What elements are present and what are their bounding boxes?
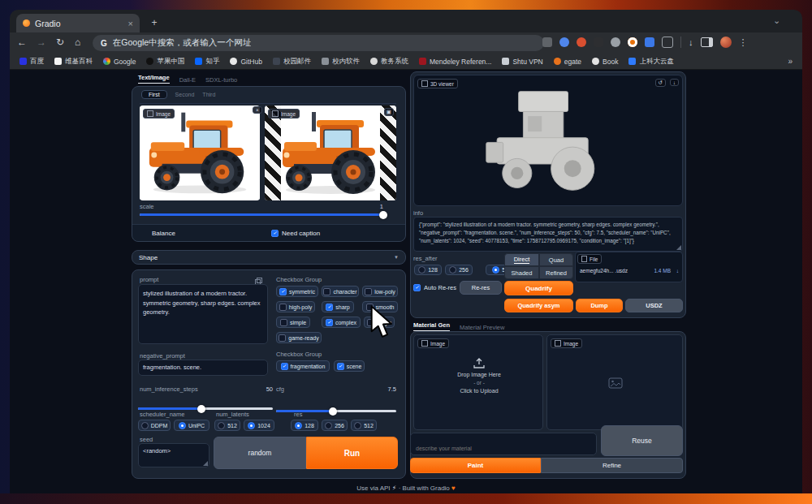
usdz-button[interactable]: USDZ bbox=[625, 299, 683, 312]
scale-slider[interactable] bbox=[140, 213, 383, 216]
tab-first[interactable]: First bbox=[141, 90, 167, 99]
input-image-2[interactable]: Image ▣ bbox=[265, 106, 396, 200]
extension-icon[interactable] bbox=[542, 37, 552, 47]
quadrify-asym-button[interactable]: Quadrify asym bbox=[504, 299, 573, 312]
resize-handle-icon[interactable] bbox=[203, 461, 208, 466]
bookmarks-overflow-chevron[interactable]: » bbox=[788, 57, 793, 66]
mode-shaded[interactable]: Shaded bbox=[504, 266, 539, 279]
tab-search-chevron-icon[interactable]: ⌄ bbox=[773, 15, 780, 26]
radio-res-after-128[interactable]: 128 bbox=[414, 265, 442, 275]
tab-third[interactable]: Third bbox=[202, 92, 215, 97]
file-download-icon[interactable]: ↓ bbox=[676, 268, 679, 274]
info-json[interactable]: {"prompt": "stylized illustration of a m… bbox=[413, 217, 683, 252]
resize-handle-icon[interactable] bbox=[676, 245, 681, 250]
reuse-button[interactable]: Reuse bbox=[601, 425, 683, 456]
refine-button[interactable]: Refine bbox=[541, 458, 683, 473]
auto-reres-checkbox[interactable]: Auto Re-res bbox=[413, 284, 456, 291]
negative-prompt-textarea[interactable]: fragmentation. scene. bbox=[138, 360, 268, 376]
dump-button[interactable]: Dump bbox=[576, 299, 623, 312]
extension-icon[interactable] bbox=[628, 37, 637, 47]
new-tab-button[interactable]: + bbox=[148, 17, 161, 30]
checkbox-symmetric[interactable]: symmetric bbox=[276, 286, 318, 297]
bookmark-item[interactable]: Mendeley Referen... bbox=[419, 58, 492, 66]
reset-view-icon[interactable]: ↺ bbox=[655, 79, 666, 87]
bookmark-item[interactable]: 校园邮件 bbox=[273, 57, 311, 67]
extension-icon[interactable] bbox=[594, 37, 603, 47]
clear-image-button[interactable]: × bbox=[253, 106, 262, 114]
shape-accordion[interactable]: Shape ▼ bbox=[132, 250, 406, 265]
material-preview-image[interactable]: Image bbox=[546, 334, 683, 430]
checkbox-complex[interactable]: complex bbox=[322, 317, 361, 328]
quadrify-button[interactable]: Quadrify bbox=[504, 281, 573, 295]
tab-sdxl-turbo[interactable]: SDXL-turbo bbox=[205, 76, 237, 84]
extension-icon[interactable] bbox=[662, 37, 673, 48]
random-button[interactable]: random bbox=[214, 437, 306, 469]
tab-dalle[interactable]: Dall-E bbox=[179, 76, 196, 84]
checkbox-fragmentation[interactable]: fragmentation bbox=[276, 360, 330, 372]
slider-handle[interactable] bbox=[197, 405, 205, 413]
use-via-api-link[interactable]: Use via API bbox=[356, 485, 390, 492]
reload-icon[interactable]: ↻ bbox=[56, 37, 64, 48]
forward-icon[interactable]: → bbox=[37, 37, 46, 48]
mode-refined[interactable]: Refined bbox=[539, 266, 573, 279]
radio-res-512[interactable]: 512 bbox=[351, 420, 377, 431]
download-model-icon[interactable]: ↓ bbox=[670, 79, 679, 86]
mode-direct[interactable]: Direct bbox=[504, 253, 539, 266]
steps-value[interactable]: 50 bbox=[244, 386, 273, 393]
checkbox-low-poly[interactable]: low-poly bbox=[362, 286, 398, 297]
steps-slider[interactable] bbox=[138, 407, 273, 410]
bookmark-item[interactable]: 苹果中国 bbox=[146, 57, 184, 67]
expand-image-icon[interactable]: ▣ bbox=[384, 108, 394, 116]
side-panel-icon[interactable] bbox=[701, 37, 713, 47]
back-icon[interactable]: ← bbox=[17, 37, 27, 48]
tab-text-image[interactable]: Text/Image bbox=[138, 74, 170, 84]
slider-handle[interactable] bbox=[379, 211, 387, 219]
extension-icon[interactable] bbox=[559, 37, 569, 47]
home-icon[interactable]: ⌂ bbox=[75, 37, 80, 48]
extension-icon[interactable] bbox=[611, 37, 620, 47]
checkbox-scene[interactable]: scene bbox=[334, 360, 365, 372]
seed-textarea[interactable]: <random> bbox=[138, 443, 209, 467]
radio-512-latents[interactable]: 512 bbox=[214, 420, 240, 431]
checkbox-character[interactable]: character bbox=[322, 286, 359, 297]
input-image-1[interactable]: Image bbox=[140, 106, 260, 200]
bookmark-item[interactable]: GitHub bbox=[230, 58, 261, 66]
radio-1024-latents[interactable]: 1024 bbox=[244, 420, 274, 431]
bookmark-item[interactable]: Google bbox=[103, 58, 136, 66]
scale-value[interactable]: 1 bbox=[351, 203, 383, 210]
reres-button[interactable]: Re-res bbox=[460, 281, 502, 295]
prompt-textarea[interactable]: stylized illustration of a modern tracto… bbox=[138, 284, 268, 344]
profile-avatar[interactable] bbox=[720, 37, 732, 48]
downloads-icon[interactable]: ↓ bbox=[689, 37, 693, 47]
bookmark-item[interactable]: 百度 bbox=[19, 57, 44, 67]
mode-quad[interactable]: Quad bbox=[539, 253, 573, 266]
extension-icon[interactable] bbox=[645, 37, 654, 47]
address-bar[interactable]: G 在Google中搜索，或者输入一个网址 bbox=[93, 35, 544, 51]
material-upload-image[interactable]: Image Drop Image Here - or - Click to Up… bbox=[413, 334, 543, 430]
built-with-gradio-link[interactable]: Built with Gradio bbox=[403, 485, 450, 492]
radio-res-128[interactable]: 128 bbox=[291, 420, 318, 431]
radio-res-after-256[interactable]: 256 bbox=[445, 265, 473, 275]
menu-kebab-icon[interactable]: ⋮ bbox=[739, 37, 748, 48]
run-button[interactable]: Run bbox=[306, 437, 398, 469]
model-3d-viewer[interactable]: 3D viewer ↺ ↓ bbox=[413, 75, 683, 206]
cfg-value[interactable]: 7.5 bbox=[365, 386, 396, 393]
tab-material-preview[interactable]: Material Preview bbox=[460, 324, 504, 331]
balance-button[interactable]: Balance bbox=[152, 230, 175, 237]
extension-icon[interactable] bbox=[577, 37, 586, 47]
close-tab-icon[interactable]: × bbox=[128, 19, 133, 28]
bookmark-item[interactable]: egate bbox=[554, 58, 581, 66]
need-caption-checkbox[interactable]: Need caption bbox=[271, 230, 320, 237]
bookmark-item[interactable]: 维基百科 bbox=[54, 57, 93, 67]
bookmark-item[interactable]: 校内软件 bbox=[322, 57, 360, 67]
tab-second[interactable]: Second bbox=[175, 92, 195, 97]
slider-handle[interactable] bbox=[329, 407, 337, 416]
bookmark-item[interactable]: 上科大云盘 bbox=[628, 57, 674, 67]
tab-material-gen[interactable]: Material Gen bbox=[413, 321, 450, 331]
bookmark-item[interactable]: 教务系统 bbox=[370, 57, 408, 67]
bookmark-item[interactable]: Book bbox=[592, 58, 618, 66]
checkbox-game-ready[interactable]: game-ready bbox=[276, 332, 322, 343]
radio-res-256[interactable]: 256 bbox=[322, 420, 348, 431]
file-name[interactable]: aemegfu24h... .usdz bbox=[580, 268, 628, 274]
checkbox-simple[interactable]: simple bbox=[276, 317, 310, 328]
